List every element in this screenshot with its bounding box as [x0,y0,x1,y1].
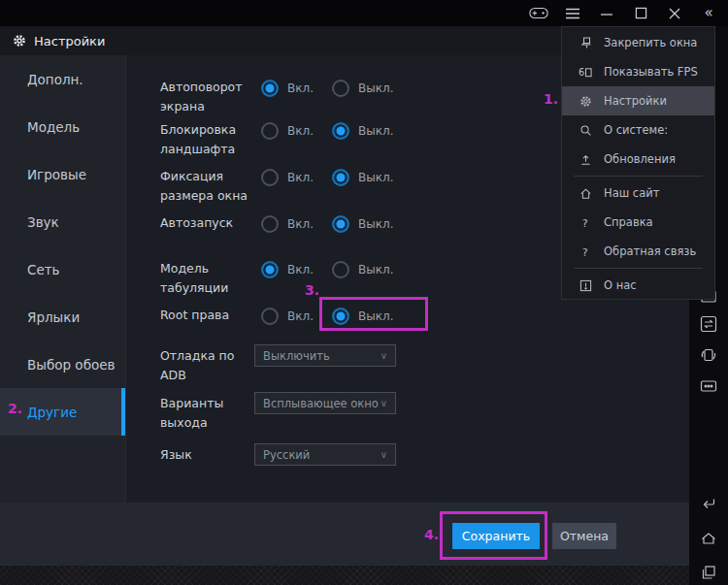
radio-option-on[interactable]: Вкл. [261,80,314,97]
sidebar-item-3[interactable]: Игровые [0,150,125,198]
setting-label: Автозапуск [160,213,263,233]
radio-option-label: Вкл. [287,124,314,138]
nav-back-icon[interactable] [700,495,717,512]
sidebar-item-label: Модель [27,119,80,135]
radio-option-on[interactable]: Вкл. [261,308,314,325]
system-dropdown-menu: Закрепить окна6Показывать FPSНастройкиО … [561,26,715,300]
menu-divider [574,268,703,269]
pin-icon [579,36,593,50]
update-icon [579,152,593,167]
gear-icon [13,34,26,48]
menu-item-2[interactable]: 6Показывать FPS [562,57,714,86]
dropdown-select[interactable]: Выключить∨ [254,344,396,367]
radio-icon [261,169,279,186]
setting-label: Фиксация размера окна [160,167,263,206]
search-icon [579,123,593,138]
menu-item-label: Наш сайт [604,186,659,200]
radio-icon [261,261,279,278]
setting-label: Root права [160,306,263,325]
radio-option-off[interactable]: Выкл. [332,80,393,97]
menu-icon[interactable] [563,4,582,23]
about-icon [579,278,593,293]
radio-icon [332,261,349,278]
chevron-down-icon: ∨ [381,350,387,361]
radio-icon [332,80,349,97]
close-icon[interactable] [665,4,684,23]
sidebar-item-7[interactable]: Выбор обоев [0,341,125,388]
radio-option-label: Выкл. [358,263,393,276]
radio-option-off[interactable]: Выкл. [332,308,393,325]
sidebar-item-label: Дополн. [27,72,83,87]
gamepad-icon[interactable] [529,4,548,23]
sidebar-item-label: Игровые [27,167,86,182]
radio-option-label: Вкл. [287,217,314,231]
dropdown-select[interactable]: Русский∨ [254,443,396,466]
menu-item-1[interactable]: Закрепить окна [562,28,714,57]
help-icon: ? [579,215,593,230]
setting-label: Модель табуляции [160,259,263,298]
radio-option-label: Выкл. [358,81,393,95]
menu-item-8[interactable]: ?Обратная связь [562,237,714,266]
annotation-step-3: 3. [305,282,319,298]
radio-option-on[interactable]: Вкл. [261,261,314,278]
setting-label: Варианты выхода [160,394,263,433]
fps-icon: 6 [579,65,593,80]
collapse-icon[interactable]: « [699,4,718,23]
minimize-icon[interactable] [597,4,616,23]
radio-option-off[interactable]: Выкл. [332,215,393,233]
menu-item-9[interactable]: О нас [562,271,714,300]
radio-option-label: Выкл. [358,309,393,323]
radio-option-on[interactable]: Вкл. [261,169,314,186]
menu-item-7[interactable]: ?Справка [562,208,714,237]
annotation-step-4: 4. [424,527,439,542]
menu-item-label: О системе: [604,123,668,137]
setting-label: Блокировка ландшафта [160,120,263,159]
annotation-step-1: 1. [544,91,558,107]
settings-sidebar: Дополн.МодельИгровыеЗвукСетьЯрлыкиВыбор … [0,55,126,503]
radio-option-label: Выкл. [358,124,393,138]
radio-option-label: Вкл. [287,171,314,184]
sidebar-item-label: Звук [27,214,59,230]
annotation-step-2: 2. [8,401,22,416]
settings-footer: Сохранить Отмена [0,503,689,566]
radio-option-off[interactable]: Выкл. [332,169,393,186]
rotate-device-icon[interactable] [700,346,717,364]
nav-recents-icon[interactable] [700,564,717,581]
radio-option-on[interactable]: Вкл. [261,122,314,140]
svg-text:?: ? [582,245,588,257]
sidebar-item-1[interactable]: Дополн. [0,55,125,103]
radio-icon [332,122,349,140]
setting-label: Язык [160,445,263,465]
svg-text:?: ? [582,216,588,228]
menu-item-5[interactable]: Обновления [562,145,714,174]
radio-icon [261,215,279,233]
radio-icon [261,80,279,97]
settings-title: Настройки [34,34,105,49]
menu-item-label: Справка [604,215,653,229]
nav-home-icon[interactable] [700,530,717,547]
radio-option-on[interactable]: Вкл. [261,215,314,233]
radio-option-off[interactable]: Выкл. [332,122,393,140]
cancel-button[interactable]: Отмена [552,523,616,549]
menu-item-4[interactable]: О системе: [562,115,714,145]
setting-label: Автоповорот экрана [160,78,263,116]
sidebar-item-6[interactable]: Ярлыки [0,293,125,341]
radio-icon [261,308,279,325]
menu-item-label: Закрепить окна [604,36,697,49]
menu-item-6[interactable]: Наш сайт [562,179,714,208]
more-icon[interactable] [700,377,717,395]
menu-item-3[interactable]: Настройки [562,86,714,115]
setting-row: Отладка по ADBВыключить∨ [126,346,689,385]
sidebar-item-5[interactable]: Сеть [0,245,125,293]
dropdown-select[interactable]: Всплывающее окно∨ [254,392,396,414]
sidebar-item-label: Другие [27,405,77,420]
sidebar-item-4[interactable]: Звук [0,198,125,245]
radio-option-off[interactable]: Выкл. [332,261,393,278]
maximize-icon[interactable] [631,4,650,23]
setting-row: ЯзыкРусский∨ [126,445,689,484]
setting-row: Варианты выходаВсплывающее окно∨ [126,394,689,433]
home-icon [579,186,593,201]
sidebar-item-2[interactable]: Модель [0,103,125,150]
sync-icon[interactable] [700,315,717,333]
save-button[interactable]: Сохранить [452,523,540,549]
